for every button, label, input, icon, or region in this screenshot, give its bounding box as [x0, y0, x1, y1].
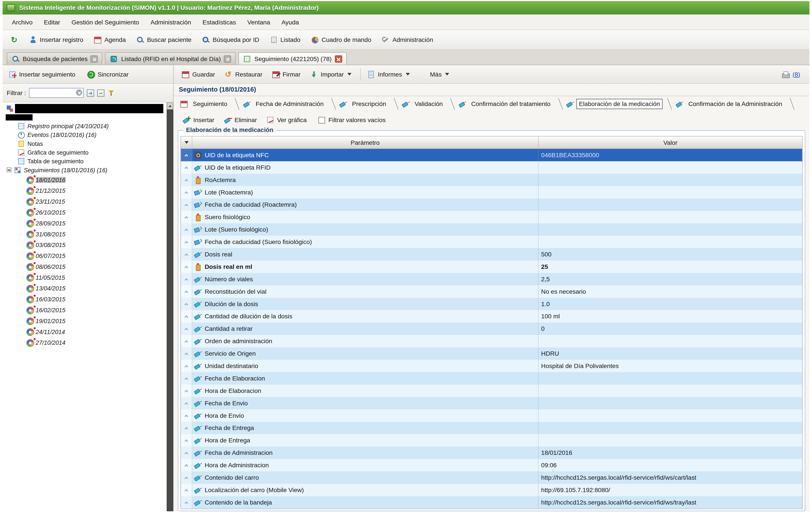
- table-row[interactable]: Hora de Elaboracion: [181, 384, 802, 397]
- tree-item[interactable]: 16/02/2015: [3, 304, 166, 315]
- tab-close-button[interactable]: [335, 55, 342, 62]
- form-tab[interactable]: Prescripción: [336, 97, 399, 111]
- tree-item[interactable]: 27/10/2014: [3, 337, 166, 348]
- collapse-toggle[interactable]: [7, 168, 11, 172]
- row-expander[interactable]: [181, 248, 192, 261]
- tree-item[interactable]: Tabla de seguimiento: [3, 157, 166, 166]
- toolbar-button[interactable]: Importar: [306, 68, 355, 81]
- table-row[interactable]: Reconstitución del vial No es necesario: [181, 285, 802, 298]
- column-header-parametro[interactable]: Parámetro: [192, 137, 539, 148]
- table-row[interactable]: Hora de Envio: [181, 409, 802, 422]
- table-row[interactable]: UID de la etiqueta RFID: [181, 161, 802, 174]
- form-tab[interactable]: Confirmación del tratamiento: [455, 97, 563, 111]
- row-expander[interactable]: [181, 223, 192, 236]
- clear-filter-icon[interactable]: [76, 89, 83, 96]
- menu-item[interactable]: Ventana: [242, 16, 276, 28]
- row-expander[interactable]: [181, 347, 192, 360]
- table-row[interactable]: Cantidad a retirar 0: [181, 322, 802, 335]
- tree-item[interactable]: 06/07/2015: [3, 250, 166, 261]
- row-expander[interactable]: [181, 161, 192, 174]
- table-row[interactable]: Contenido de la bandeja http://hcchcd12s…: [181, 496, 802, 509]
- form-tab[interactable]: Confirmación de la Administración: [672, 97, 794, 111]
- toolbar-button[interactable]: Guardar: [178, 68, 219, 81]
- filter-empty-toggle[interactable]: Filtrar valores vacíos: [319, 116, 385, 124]
- menu-item[interactable]: Archivo: [7, 16, 38, 28]
- table-row[interactable]: Contenido del carro http://hcchcd12s.ser…: [181, 471, 802, 484]
- menu-item[interactable]: Gestión del Seguimiento: [66, 16, 144, 28]
- sidebar-button[interactable]: Insertar seguimiento: [5, 68, 79, 81]
- filter-funnel-icon[interactable]: [108, 89, 116, 97]
- patient-root-node[interactable]: [3, 103, 166, 114]
- tree-item[interactable]: 19/01/2015: [3, 315, 166, 326]
- tree-item[interactable]: Seguimientos (18/01/2016) (16): [3, 166, 166, 174]
- row-expander[interactable]: [181, 447, 192, 459]
- table-row[interactable]: Cantidad de dilución de la dosis 100 ml: [181, 310, 802, 323]
- tree-item[interactable]: 08/06/2015: [3, 261, 166, 272]
- tree-item[interactable]: Registro principal (24/10/2014): [3, 121, 166, 130]
- row-expander[interactable]: [181, 211, 192, 223]
- column-menu-button[interactable]: [181, 137, 192, 148]
- tree-item[interactable]: 23/11/2015: [3, 196, 166, 207]
- row-expander[interactable]: [181, 409, 192, 422]
- row-expander[interactable]: [181, 484, 192, 496]
- row-expander[interactable]: [181, 471, 192, 484]
- toolbar-button[interactable]: Más: [415, 68, 453, 81]
- counter-link[interactable]: (8): [792, 70, 800, 78]
- tree-item[interactable]: 18/01/2016: [3, 174, 166, 185]
- row-expander[interactable]: [181, 384, 192, 397]
- expand-all-button[interactable]: [87, 89, 94, 96]
- tree-item[interactable]: 28/09/2015: [3, 218, 166, 229]
- table-row[interactable]: UID de la etiqueta NFC 046B1BEA33358000: [181, 149, 802, 161]
- sidebar-button[interactable]: Sincronizar: [83, 68, 132, 81]
- table-row[interactable]: Fecha de caducidad (Suero fisiológico): [181, 236, 802, 248]
- toolbar-button[interactable]: Buscar paciente: [133, 33, 195, 46]
- row-expander[interactable]: [181, 261, 192, 273]
- tab-close-button[interactable]: [224, 55, 231, 62]
- row-expander[interactable]: [181, 496, 192, 509]
- row-expander[interactable]: [181, 273, 192, 285]
- row-expander[interactable]: [181, 236, 192, 248]
- document-tab[interactable]: Búsqueda de pacientes: [7, 52, 103, 65]
- toolbar-button[interactable]: Administración: [378, 33, 437, 46]
- menu-item[interactable]: Estadísticas: [197, 16, 241, 28]
- table-row[interactable]: Fecha de Entrega: [181, 422, 802, 434]
- tree-scrollbar[interactable]: [166, 103, 173, 511]
- toolbar-button[interactable]: [7, 33, 22, 46]
- row-expander[interactable]: [181, 434, 192, 447]
- toolbar-button[interactable]: Insertar: [179, 114, 218, 126]
- row-expander[interactable]: [181, 186, 192, 199]
- table-row[interactable]: Hora de Entrega: [181, 434, 802, 447]
- row-expander[interactable]: [181, 397, 192, 409]
- table-row[interactable]: Suero fisiológico: [181, 211, 802, 223]
- row-expander[interactable]: [181, 199, 192, 211]
- toolbar-button[interactable]: Firmar: [268, 68, 304, 81]
- toolbar-button[interactable]: Agenda: [90, 33, 129, 46]
- tree-item[interactable]: 03/08/2015: [3, 239, 166, 250]
- table-row[interactable]: Hora de Administracion 09:06: [181, 459, 802, 471]
- row-expander[interactable]: [181, 422, 192, 434]
- toolbar-button[interactable]: Cuadro de mando: [307, 33, 375, 46]
- menu-item[interactable]: Ayuda: [276, 16, 304, 28]
- table-row[interactable]: Unidad destinatario Hospital de Día Poli…: [181, 360, 802, 372]
- tree-item[interactable]: Gráfica de seguimiento: [3, 148, 166, 156]
- form-tab[interactable]: Elaboración de la medicación: [563, 97, 672, 111]
- toolbar-button[interactable]: Listado: [266, 33, 304, 46]
- toolbar-button[interactable]: Informes: [360, 68, 413, 81]
- filter-empty-checkbox[interactable]: [319, 117, 325, 123]
- row-expander[interactable]: [181, 372, 192, 384]
- table-row[interactable]: Dosis real 500: [181, 248, 802, 261]
- table-row[interactable]: Lote (Suero fisiológico): [181, 223, 802, 236]
- form-tab[interactable]: Fecha de Administración: [240, 97, 336, 111]
- table-row[interactable]: Número de viales 2,5: [181, 273, 802, 285]
- table-row[interactable]: RoActemra: [181, 174, 802, 186]
- document-tab[interactable]: Seguimiento (4221205) (78): [238, 52, 346, 65]
- scrollbar-thumb[interactable]: [167, 110, 173, 511]
- table-row[interactable]: Localización del carro (Mobile View) htt…: [181, 484, 802, 496]
- table-row[interactable]: Orden de administración: [181, 335, 802, 347]
- toolbar-button[interactable]: Búsqueda por ID: [198, 33, 263, 46]
- row-expander[interactable]: [181, 459, 192, 471]
- toolbar-button[interactable]: Insertar registro: [25, 33, 87, 46]
- table-row[interactable]: Servicio de Origen HDRU: [181, 347, 802, 360]
- column-header-valor[interactable]: Valor: [539, 137, 802, 148]
- row-expander[interactable]: [181, 285, 192, 298]
